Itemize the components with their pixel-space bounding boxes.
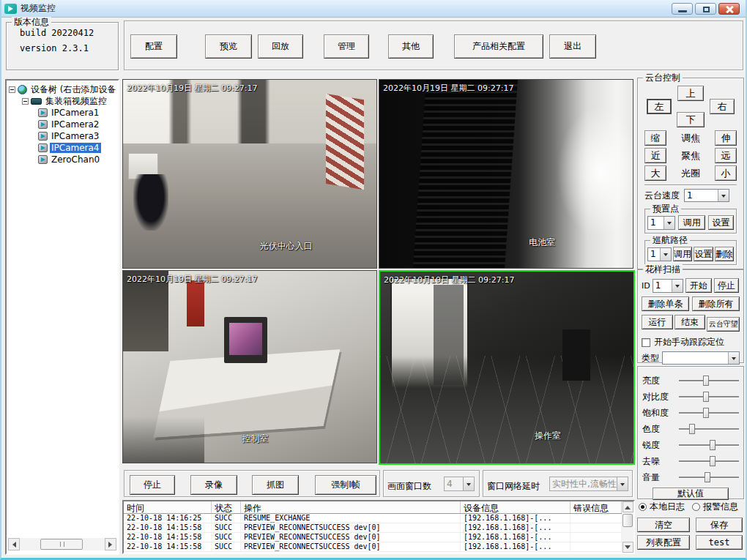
collapse-icon[interactable] xyxy=(22,98,29,105)
cruise-call-button[interactable]: 调用 xyxy=(673,247,692,261)
chevron-down-icon[interactable] xyxy=(617,477,628,490)
chevron-down-icon[interactable] xyxy=(664,217,674,229)
scroll-up-icon[interactable] xyxy=(622,501,633,512)
column-header[interactable]: 操作 xyxy=(241,501,461,513)
scrollbar-thumb[interactable] xyxy=(622,514,633,527)
column-header[interactable]: 设备信息 xyxy=(461,501,571,513)
playback-button[interactable]: 回放 xyxy=(258,34,303,59)
slider-thumb[interactable] xyxy=(703,408,709,418)
ptz-right-button[interactable]: 右 xyxy=(710,99,735,114)
chevron-down-icon[interactable] xyxy=(672,280,683,292)
run-button[interactable]: 运行 xyxy=(642,315,673,329)
cruise-set-button[interactable]: 设置 xyxy=(694,247,713,261)
scroll-down-icon[interactable] xyxy=(622,542,633,553)
focus-far-button[interactable]: 远 xyxy=(715,148,737,163)
ptz-down-button[interactable]: 下 xyxy=(677,112,705,127)
tree-channel-item[interactable]: IPCamera3 xyxy=(9,130,118,142)
snapshot-button[interactable]: 抓图 xyxy=(252,475,299,495)
clear-log-button[interactable]: 清空 xyxy=(637,518,690,532)
video-window-3[interactable]: 2022年10月19日 星期二 09:27:17 控制室 xyxy=(122,270,377,463)
ptz-left-button[interactable]: 左 xyxy=(647,99,672,114)
tree-channel-item[interactable]: ZeroChan0 xyxy=(9,154,118,165)
tree-channel-item[interactable]: IPCamera1 xyxy=(9,107,118,119)
test-button[interactable]: test xyxy=(696,535,743,550)
pattern-stop-button[interactable]: 停止 xyxy=(714,278,739,293)
end-button[interactable]: 结束 xyxy=(674,315,706,329)
brightness-slider[interactable] xyxy=(679,376,739,386)
record-button[interactable]: 录像 xyxy=(190,475,237,495)
iris-close-button[interactable]: 小 xyxy=(715,165,737,181)
slider-thumb[interactable] xyxy=(710,440,716,450)
hue-slider[interactable] xyxy=(679,424,739,434)
scroll-right-icon[interactable] xyxy=(105,538,116,550)
tree-horizontal-scrollbar[interactable] xyxy=(8,538,116,550)
product-config-button[interactable]: 产品相关配置 xyxy=(454,34,543,59)
chevron-down-icon[interactable] xyxy=(660,248,671,261)
window-count-select[interactable]: 4 xyxy=(444,477,475,491)
slider-thumb[interactable] xyxy=(703,392,709,402)
column-header[interactable]: 时间 xyxy=(124,501,212,513)
chevron-down-icon[interactable] xyxy=(463,477,474,490)
preset-select[interactable]: 1 xyxy=(647,216,675,230)
contrast-slider[interactable] xyxy=(679,392,739,402)
sharpness-slider[interactable] xyxy=(679,440,739,450)
tree-root-item[interactable]: 设备树 (右击添加设备 xyxy=(9,83,118,95)
slider-thumb[interactable] xyxy=(710,456,716,466)
close-button[interactable] xyxy=(718,3,740,15)
preset-set-button[interactable]: 设置 xyxy=(708,215,734,230)
maximize-button[interactable] xyxy=(695,3,716,15)
focus-near-button[interactable]: 近 xyxy=(644,148,666,163)
cruise-delete-button[interactable]: 删除 xyxy=(715,247,734,261)
collapse-icon[interactable] xyxy=(9,86,15,93)
slider-thumb[interactable] xyxy=(689,424,695,434)
type-select[interactable] xyxy=(662,351,740,365)
denoise-slider[interactable] xyxy=(679,456,739,466)
pattern-id-select[interactable]: 1 xyxy=(653,279,683,293)
scroll-left-icon[interactable] xyxy=(8,538,20,550)
save-log-button[interactable]: 保存 xyxy=(696,518,743,532)
log-vertical-scrollbar[interactable] xyxy=(622,501,633,553)
other-button[interactable]: 其他 xyxy=(388,34,434,59)
iris-open-button[interactable]: 大 xyxy=(644,165,666,181)
manage-button[interactable]: 管理 xyxy=(324,34,369,59)
tree-channel-item-selected[interactable]: IPCamera4 xyxy=(9,142,118,154)
saturation-slider[interactable] xyxy=(679,408,739,418)
log-row[interactable]: 22-10-18 14:15:58 SUCC PREVIEW_RECONNECT… xyxy=(124,542,622,552)
list-config-button[interactable]: 列表配置 xyxy=(637,535,690,550)
chevron-down-icon[interactable] xyxy=(728,352,739,364)
local-log-radio[interactable] xyxy=(639,503,647,511)
zoom-out-button[interactable]: 缩 xyxy=(644,130,666,146)
log-row[interactable]: 22-10-18 14:15:58 SUCC PREVIEW_RECONNECT… xyxy=(124,523,622,533)
ptz-watch-button[interactable]: 云台守望 xyxy=(707,317,740,332)
stop-button[interactable]: 停止 xyxy=(130,475,175,495)
config-button[interactable]: 配置 xyxy=(130,34,177,59)
cruise-select[interactable]: 1 xyxy=(647,247,672,261)
slider-thumb[interactable] xyxy=(703,376,709,386)
delete-single-button[interactable]: 删除单条 xyxy=(642,296,689,311)
video-window-1[interactable]: 2022年10月19日 星期二 09:27:17 光伏中心入口 xyxy=(122,79,377,269)
force-iframe-button[interactable]: 强制I帧 xyxy=(315,475,376,495)
log-row[interactable]: 22-10-18 14:15:58 SUCC PREVIEW_RECONNECT… xyxy=(124,533,622,542)
chevron-down-icon[interactable] xyxy=(718,190,729,201)
defaults-button[interactable]: 默认值 xyxy=(653,488,729,500)
preset-call-button[interactable]: 调用 xyxy=(678,215,705,230)
pattern-start-button[interactable]: 开始 xyxy=(685,278,712,293)
manual-track-checkbox[interactable] xyxy=(642,338,650,347)
volume-slider[interactable] xyxy=(679,472,739,482)
latency-select[interactable]: 实时性中,流畅性 xyxy=(549,477,628,491)
column-header[interactable]: 错误信息 xyxy=(571,501,622,513)
exit-button[interactable]: 退出 xyxy=(549,34,596,59)
tree-group-item[interactable]: 集装箱视频监控 xyxy=(9,95,118,107)
ptz-speed-select[interactable]: 1 xyxy=(684,189,729,202)
tree-channel-item[interactable]: IPCamera2 xyxy=(9,119,118,130)
delete-all-button[interactable]: 删除所有 xyxy=(692,296,740,311)
video-window-4-selected[interactable]: 2022年10月19日 星期二 09:27:17 操作室 xyxy=(379,270,635,465)
minimize-button[interactable] xyxy=(672,3,693,15)
slider-thumb[interactable] xyxy=(705,472,710,482)
preview-button[interactable]: 预览 xyxy=(205,34,252,59)
column-header[interactable]: 状态 xyxy=(212,501,241,513)
ptz-up-button[interactable]: 上 xyxy=(677,86,704,101)
zoom-in-button[interactable]: 伸 xyxy=(715,130,737,146)
video-window-2[interactable]: 2022年10月19日 星期二 09:27:17 电池室 xyxy=(379,79,633,269)
log-row[interactable]: 22-10-18 14:16:25 SUCC RESUME_EXCHANGE [… xyxy=(124,514,622,523)
